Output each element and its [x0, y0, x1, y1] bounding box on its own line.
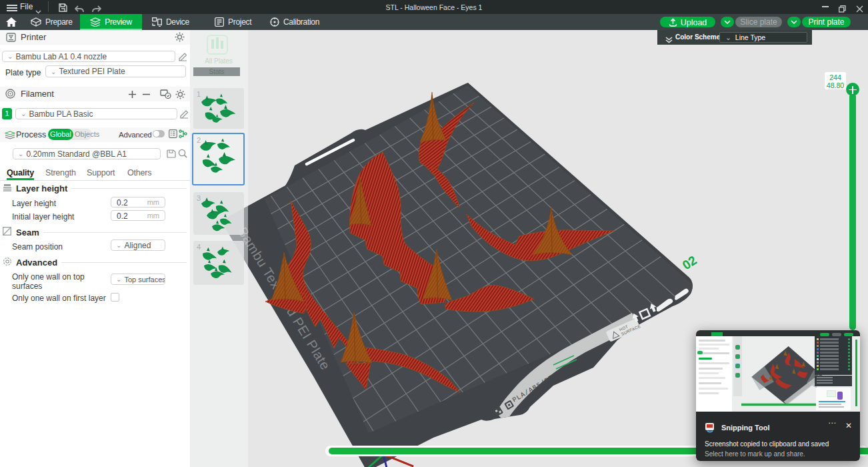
svg-text:02: 02 [680, 253, 699, 272]
